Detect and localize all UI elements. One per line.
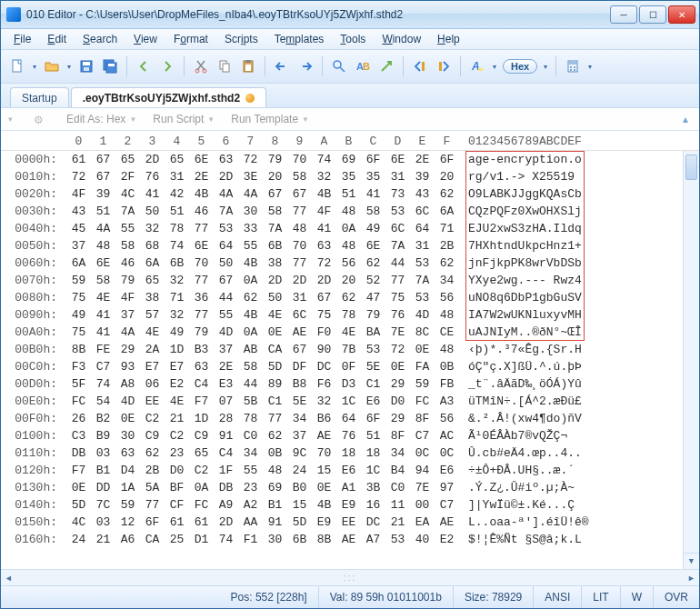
- hex-byte[interactable]: 61: [66, 153, 91, 166]
- hex-row[interactable]: 0000h:6167652D656E6372797074696F6E2E6Fag…: [1, 151, 699, 168]
- hex-bytes[interactable]: 8BFE292A1DB337ABCA67907B53720E48: [66, 343, 459, 356]
- hex-row[interactable]: 0080h:754E4F38713644625031676247755356uN…: [1, 289, 699, 306]
- hex-byte[interactable]: 8C: [410, 325, 435, 339]
- highlight-dropdown[interactable]: ▾: [490, 63, 499, 71]
- hex-byte[interactable]: 53: [385, 205, 410, 218]
- hex-byte[interactable]: 76: [385, 308, 410, 322]
- hex-byte[interactable]: FC: [66, 394, 91, 408]
- new-file-button[interactable]: [6, 55, 28, 77]
- hex-byte[interactable]: 5A: [140, 481, 165, 494]
- hex-ascii[interactable]: óÇ"ç.X]ßÜ.^.ú.þÞ: [468, 360, 582, 374]
- hex-byte[interactable]: 4E: [263, 308, 287, 322]
- hex-byte[interactable]: 33: [238, 222, 263, 235]
- horizontal-scrollbar[interactable]: ◄ ::: ►: [1, 569, 699, 585]
- hex-byte[interactable]: 2E: [189, 170, 214, 184]
- hex-byte[interactable]: 4A: [115, 325, 140, 339]
- hex-byte[interactable]: 32: [312, 170, 336, 184]
- scroll-right-icon[interactable]: ►: [684, 570, 699, 585]
- hex-byte[interactable]: 48: [336, 239, 361, 253]
- hex-byte[interactable]: AB: [238, 343, 263, 356]
- hex-byte[interactable]: C7: [410, 429, 435, 443]
- hex-byte[interactable]: 34: [287, 412, 312, 425]
- hex-byte[interactable]: 70: [312, 446, 336, 460]
- hex-byte[interactable]: 76: [140, 170, 165, 184]
- hex-bytes[interactable]: 37485868746E64556B7063486E7A312B: [66, 239, 459, 253]
- hex-ascii[interactable]: ]|YwÏü©±.Ké...Ç: [468, 498, 575, 512]
- hex-byte[interactable]: 74: [165, 239, 189, 253]
- hex-byte[interactable]: D4: [115, 464, 140, 477]
- hex-byte[interactable]: 6F: [361, 153, 385, 166]
- hex-row[interactable]: 00E0h:FC544DEE4EF7075BC15E321CE6D0FCA3üT…: [1, 393, 699, 410]
- cut-button[interactable]: [190, 55, 212, 77]
- hex-byte[interactable]: 6F: [435, 153, 459, 166]
- hex-byte[interactable]: 29: [115, 343, 140, 356]
- hex-byte[interactable]: 62: [361, 256, 385, 270]
- hex-byte[interactable]: E6: [336, 464, 361, 477]
- hex-byte[interactable]: 67: [263, 187, 287, 201]
- hex-byte[interactable]: A3: [435, 394, 459, 408]
- hex-byte[interactable]: 9C: [287, 446, 312, 460]
- hex-byte[interactable]: 45: [66, 222, 91, 235]
- hex-byte[interactable]: B0: [287, 481, 312, 494]
- hex-byte[interactable]: 4E: [165, 394, 189, 408]
- hex-byte[interactable]: E7: [140, 360, 165, 374]
- hex-byte[interactable]: EE: [336, 515, 361, 529]
- hex-byte[interactable]: 59: [410, 377, 435, 391]
- hex-byte[interactable]: 72: [66, 170, 91, 184]
- hex-byte[interactable]: DC: [312, 360, 336, 374]
- hex-byte[interactable]: 67: [287, 187, 312, 201]
- hex-byte[interactable]: 8B: [312, 533, 336, 546]
- hex-byte[interactable]: 48: [435, 343, 459, 356]
- hex-byte[interactable]: 6E: [189, 239, 214, 253]
- hex-byte[interactable]: A7: [361, 533, 385, 546]
- hex-ascii[interactable]: &.².Â!(xw4¶do)ñV: [468, 412, 582, 425]
- hex-byte[interactable]: 37: [66, 239, 91, 253]
- hex-ascii[interactable]: $!¦Ê%Ñt §S@â;k.L: [468, 533, 582, 546]
- hex-byte[interactable]: A2: [238, 498, 263, 512]
- status-endian[interactable]: LIT: [582, 586, 620, 608]
- hex-byte[interactable]: 64: [214, 239, 238, 253]
- hex-byte[interactable]: 6E: [189, 153, 214, 166]
- hex-byte[interactable]: 44: [238, 377, 263, 391]
- hex-byte[interactable]: 0E: [115, 412, 140, 425]
- hex-byte[interactable]: 53: [410, 291, 435, 304]
- hex-byte[interactable]: 49: [66, 308, 91, 322]
- hex-byte[interactable]: 12: [115, 515, 140, 529]
- hex-ascii[interactable]: YXye2wg.--- Rwz4: [468, 274, 582, 287]
- hex-byte[interactable]: C9: [140, 429, 165, 443]
- hex-byte[interactable]: 7A: [115, 205, 140, 218]
- hex-byte[interactable]: 73: [385, 187, 410, 201]
- hex-row[interactable]: 0150h:4C03126F61612DAA915DE9EEDC21EAAEL.…: [1, 514, 699, 531]
- hex-byte[interactable]: E3: [214, 377, 238, 391]
- hex-row[interactable]: 0030h:43517A5051467A3058774F4858536C6ACQ…: [1, 203, 699, 220]
- hex-byte[interactable]: FA: [410, 360, 435, 374]
- hex-byte[interactable]: AE: [287, 325, 312, 339]
- hex-byte[interactable]: 50: [263, 291, 287, 304]
- hex-row[interactable]: 0010h:72672F76312E2D3E2058323535313920rg…: [1, 168, 699, 185]
- hex-byte[interactable]: 6B: [165, 256, 189, 270]
- hex-byte[interactable]: 65: [165, 153, 189, 166]
- hex-byte[interactable]: 0E: [385, 360, 410, 374]
- hex-byte[interactable]: 49: [165, 325, 189, 339]
- hex-ascii[interactable]: üTMîN÷.[Á^2.æÐü£: [468, 394, 582, 408]
- hex-byte[interactable]: AE: [312, 429, 336, 443]
- hex-byte[interactable]: C7: [91, 360, 115, 374]
- hex-byte[interactable]: B1: [263, 498, 287, 512]
- hex-byte[interactable]: 34: [238, 446, 263, 460]
- hex-byte[interactable]: 2E: [410, 153, 435, 166]
- menu-view[interactable]: View: [126, 31, 165, 47]
- hex-byte[interactable]: C4: [189, 377, 214, 391]
- hex-byte[interactable]: 62: [435, 256, 459, 270]
- hex-byte[interactable]: 7B: [336, 343, 361, 356]
- hex-byte[interactable]: 6E: [361, 239, 385, 253]
- calculator-dropdown[interactable]: ▾: [585, 63, 595, 71]
- bookmark-next-button[interactable]: [433, 55, 455, 77]
- hex-byte[interactable]: 46: [115, 256, 140, 270]
- hex-byte[interactable]: 51: [336, 187, 361, 201]
- hex-byte[interactable]: D0: [385, 394, 410, 408]
- hex-ascii[interactable]: Ã¹0ÉÂÀb7®vQŽÇ¬: [468, 429, 567, 443]
- menu-scripts[interactable]: Scripts: [217, 31, 265, 47]
- hex-byte[interactable]: E2: [165, 377, 189, 391]
- hex-byte[interactable]: 6C: [385, 222, 410, 235]
- new-file-dropdown[interactable]: ▾: [30, 63, 39, 71]
